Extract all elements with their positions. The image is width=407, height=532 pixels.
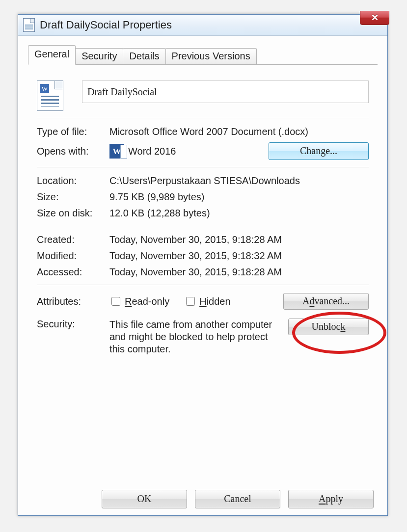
hidden-mnemonic: H xyxy=(199,296,206,307)
location-label: Location: xyxy=(37,175,109,186)
word-icon xyxy=(109,144,124,159)
hidden-checkbox[interactable]: Hidden xyxy=(184,295,230,307)
read-only-checkbox[interactable]: Read-only xyxy=(109,295,169,307)
tab-details[interactable]: Details xyxy=(123,48,165,64)
general-tab-body: Type of file: Microsoft Office Word 2007… xyxy=(28,65,378,365)
location-value: C:\Users\Perpustakaan STIESA\Downloads xyxy=(109,175,300,186)
tab-previous-versions[interactable]: Previous Versions xyxy=(165,48,257,64)
apply-mnemonic: A xyxy=(319,493,326,504)
properties-dialog: Draft DailySocial Properties ✕ General S… xyxy=(18,14,388,516)
security-label: Security: xyxy=(37,319,109,330)
security-text: This file came from another computer and… xyxy=(109,319,288,355)
advanced-button[interactable]: Advanced... xyxy=(283,293,369,310)
accessed-label: Accessed: xyxy=(37,266,109,278)
client-area: General Security Details Previous Versio… xyxy=(18,36,387,365)
file-name-input[interactable] xyxy=(82,80,369,103)
size-label: Size: xyxy=(37,191,109,203)
size-on-disk-label: Size on disk: xyxy=(37,208,109,219)
read-only-checkbox-input[interactable] xyxy=(111,297,120,306)
created-value: Today, November 30, 2015, 9:18:28 AM xyxy=(109,234,282,245)
unblock-mnemonic: k xyxy=(340,321,345,332)
title-bar[interactable]: Draft DailySocial Properties ✕ xyxy=(18,15,387,36)
opens-with-value: Word 2016 xyxy=(128,146,176,157)
attributes-label: Attributes: xyxy=(37,296,109,307)
close-button[interactable]: ✕ xyxy=(360,11,389,25)
opens-with-label: Opens with: xyxy=(37,146,109,157)
type-of-file-label: Type of file: xyxy=(37,126,109,137)
ok-button[interactable]: OK xyxy=(102,490,187,508)
size-value: 9.75 KB (9,989 bytes) xyxy=(109,191,204,203)
separator xyxy=(37,118,369,118)
readonly-mnemonic: R xyxy=(125,296,132,307)
type-of-file-value: Microsoft Office Word 2007 Document (.do… xyxy=(109,126,308,137)
separator xyxy=(37,226,369,226)
separator xyxy=(37,167,369,167)
readonly-text: ead-only xyxy=(132,296,169,307)
document-icon xyxy=(23,18,35,32)
size-on-disk-value: 12.0 KB (12,288 bytes) xyxy=(109,208,210,219)
tab-strip: General Security Details Previous Versio… xyxy=(28,46,378,65)
unblock-button[interactable]: Unblock xyxy=(288,319,369,335)
advanced-mnemonic: d xyxy=(309,295,314,306)
cancel-button[interactable]: Cancel xyxy=(195,490,280,508)
modified-label: Modified: xyxy=(37,250,109,262)
dialog-buttons: OK Cancel Apply xyxy=(102,490,374,508)
hidden-checkbox-input[interactable] xyxy=(186,297,195,306)
separator xyxy=(37,285,369,285)
file-type-icon xyxy=(37,80,63,111)
hidden-text: idden xyxy=(207,296,231,307)
modified-value: Today, November 30, 2015, 9:18:32 AM xyxy=(109,250,282,262)
accessed-value: Today, November 30, 2015, 9:18:28 AM xyxy=(109,266,282,278)
apply-button[interactable]: Apply xyxy=(288,490,374,508)
tab-security[interactable]: Security xyxy=(75,48,123,64)
created-label: Created: xyxy=(37,234,109,245)
change-button[interactable]: Change... xyxy=(269,142,369,160)
window-title: Draft DailySocial Properties xyxy=(40,19,172,31)
tab-general[interactable]: General xyxy=(28,45,76,65)
